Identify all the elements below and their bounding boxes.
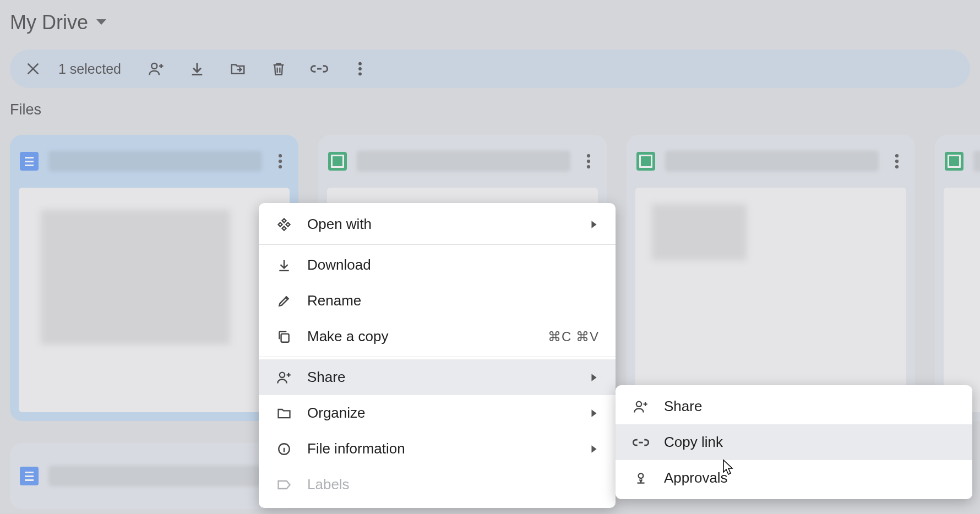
sheets-icon [636,152,655,171]
page-title[interactable]: My Drive [10,11,88,34]
menu-item-label: Organize [307,404,366,422]
file-thumbnail [635,188,906,412]
file-title-redacted [973,151,980,172]
share-button[interactable] [145,58,167,80]
more-actions-button[interactable] [349,58,371,80]
share-submenu: Share Copy link Approvals [616,385,972,499]
file-more-button[interactable] [580,153,597,169]
info-icon [275,442,293,456]
selection-count: 1 selected [58,61,121,77]
docs-icon [20,467,39,485]
svg-point-2 [358,67,362,70]
location-header: My Drive [0,0,980,40]
svg-point-6 [279,165,282,168]
submenu-arrow-icon [589,220,599,229]
menu-item-organize[interactable]: Organize [259,395,616,431]
menu-shortcut: ⌘C ⌘V [548,329,599,345]
approvals-icon [632,471,650,485]
share-icon [275,370,293,385]
file-more-button[interactable] [272,153,288,169]
menu-item-make-copy[interactable]: Make a copy ⌘C ⌘V [259,319,616,354]
submenu-arrow-icon [589,409,599,418]
menu-item-label: Share [307,369,345,386]
menu-item-file-information[interactable]: File information [259,431,616,467]
menu-item-download[interactable]: Download [259,247,616,283]
file-more-button[interactable] [889,153,905,169]
svg-point-7 [587,154,590,157]
svg-rect-13 [281,333,289,342]
svg-point-12 [895,165,899,168]
svg-point-9 [587,165,590,168]
submenu-item-approvals[interactable]: Approvals [616,460,972,496]
rename-icon [275,294,293,308]
open-with-icon [275,217,293,232]
menu-item-share[interactable]: Share [259,359,616,395]
label-icon [275,477,293,493]
files-section-label: Files [10,101,980,118]
svg-point-11 [895,160,899,163]
file-card[interactable] [10,135,298,421]
file-thumbnail [19,188,290,412]
svg-point-16 [636,401,641,406]
delete-button[interactable] [268,58,290,80]
menu-item-label: Labels [307,476,350,493]
menu-item-rename[interactable]: Rename [259,283,616,319]
menu-item-label: Rename [307,292,361,309]
file-thumbnail [944,188,980,412]
download-icon [275,258,293,272]
svg-point-4 [279,154,282,157]
file-card[interactable] [627,135,915,421]
svg-point-14 [280,372,285,377]
menu-item-open-with[interactable]: Open with [259,206,616,242]
submenu-item-share[interactable]: Share [616,389,972,424]
clear-selection-button[interactable] [22,58,44,80]
selection-toolbar: 1 selected [10,50,970,88]
menu-item-label: Copy link [664,434,723,451]
menu-item-label: Make a copy [307,328,388,345]
file-card[interactable] [10,443,298,509]
svg-point-1 [358,62,362,65]
get-link-button[interactable] [308,58,330,80]
svg-point-10 [895,154,899,157]
file-title-redacted [357,151,570,172]
move-button[interactable] [227,58,249,80]
docs-icon [20,152,39,171]
sheets-icon [328,152,347,171]
file-title-redacted [665,151,879,172]
svg-point-0 [151,63,157,69]
file-card[interactable] [935,135,980,421]
mouse-cursor [718,459,734,478]
svg-point-8 [587,160,590,163]
submenu-arrow-icon [589,373,599,382]
submenu-item-copy-link[interactable]: Copy link [616,424,972,460]
submenu-arrow-icon [589,445,599,453]
menu-item-label: File information [307,440,405,457]
menu-item-labels: Labels [259,467,616,502]
menu-item-label: Download [307,256,371,274]
file-context-menu: Open with Download Rename Make a copy ⌘C… [259,203,616,508]
sheets-icon [945,152,963,171]
copy-icon [275,330,293,344]
link-icon [632,434,650,451]
svg-point-17 [639,473,644,478]
download-button[interactable] [186,58,208,80]
location-dropdown-caret[interactable] [96,19,107,26]
svg-point-5 [279,160,282,163]
file-title-redacted [48,151,262,172]
svg-point-3 [358,72,362,75]
menu-item-label: Share [664,398,702,415]
folder-icon [275,406,293,421]
file-title-redacted [48,466,288,486]
share-icon [632,399,650,414]
menu-item-label: Open with [307,216,372,233]
